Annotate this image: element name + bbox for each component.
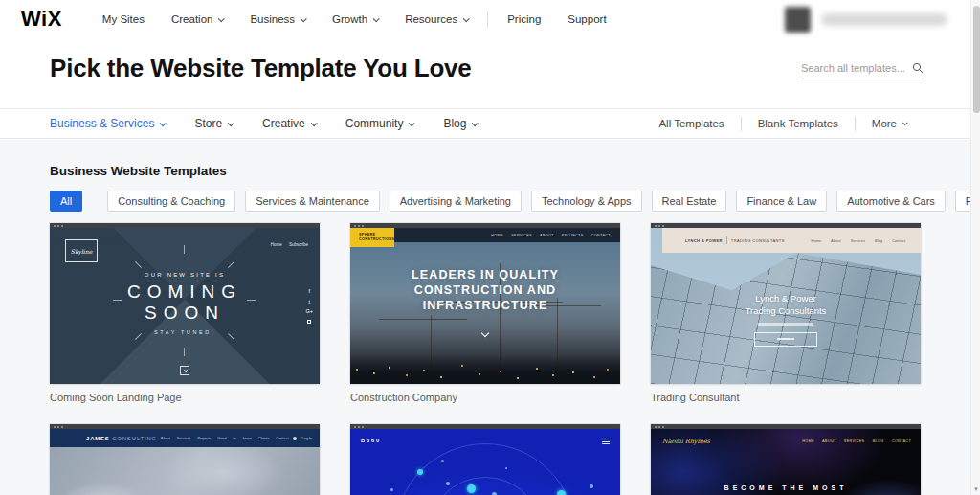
preview-nav: About Services Projects Good to know Cli… <box>161 437 320 440</box>
chevron-down-icon <box>902 120 908 125</box>
preview-logo: SPHERE CONSTRUCTIONS <box>350 228 394 247</box>
chevron-down-icon <box>160 120 167 126</box>
filter-chips: All Consulting & Coaching Services & Mai… <box>50 191 980 212</box>
category-label: Creative <box>262 117 305 130</box>
category-business-services[interactable]: Business & Services <box>50 117 165 130</box>
chevron-down-icon <box>301 15 307 22</box>
nav-item-business[interactable]: Business <box>250 13 305 25</box>
preview-nav-links: HOME SERVICES ABOUT PROJECTS CONTACT <box>491 234 620 237</box>
preview-logo: JAMES CONSULTING <box>50 436 157 441</box>
template-card-naomi-rhymes[interactable]: Naomi Rhymes HOME ABOUT SERVICES BLOG CO… <box>651 424 921 495</box>
preview-navbar: JAMES CONSULTING About Services Projects… <box>50 429 320 447</box>
template-preview: JAMES CONSULTING About Services Projects… <box>50 429 320 495</box>
filter-chip-services-maintenance[interactable]: Services & Maintenance <box>245 191 380 212</box>
filter-chip-consulting-coaching[interactable]: Consulting & Coaching <box>107 191 235 212</box>
nav-divider <box>487 11 488 28</box>
template-name: Coming Soon Landing Page <box>50 384 320 424</box>
chevron-down-icon <box>409 120 415 126</box>
template-search <box>801 62 924 79</box>
nav-item-label: Resources <box>405 13 457 25</box>
chevron-down-icon <box>218 15 225 22</box>
category-creative[interactable]: Creative <box>262 117 316 130</box>
scrollbar-down-arrow-icon[interactable]: ▼ <box>971 484 980 494</box>
template-preview: Naomi Rhymes HOME ABOUT SERVICES BLOG CO… <box>651 429 921 495</box>
city-lights <box>356 369 358 371</box>
hamburger-icon <box>602 439 610 444</box>
facebook-icon: f <box>308 289 310 295</box>
blank-templates-link[interactable]: Blank Templates <box>742 118 855 129</box>
top-navigation-bar: WiX My Sites Creation Business Growth Re… <box>0 0 980 38</box>
template-preview: B360 <box>350 429 620 495</box>
nav-item-pricing[interactable]: Pricing <box>507 13 541 25</box>
nav-item-resources[interactable]: Resources <box>405 13 468 25</box>
nav-item-creation[interactable]: Creation <box>171 13 223 25</box>
preview-kicker: OUR NEW SITE IS <box>50 272 320 278</box>
preview-headline: BECOME THE MOST <box>651 484 921 491</box>
browser-dots-decoration <box>651 223 921 228</box>
account-menu[interactable] <box>785 7 947 33</box>
nav-item-label: Support <box>568 13 606 25</box>
wix-logo[interactable]: WiX <box>21 7 62 32</box>
snow-aerial-photo <box>50 447 320 495</box>
template-card-trading[interactable]: LYNCH & POWER TRADING CONSULTANTS Home A… <box>651 223 921 424</box>
category-right-links: All Templates Blank Templates More <box>642 117 923 131</box>
city-skyline <box>350 355 620 384</box>
browser-dots-decoration <box>350 223 620 228</box>
category-store[interactable]: Store <box>194 117 233 130</box>
page-scrollbar[interactable]: ▼ <box>970 0 980 495</box>
preview-social-icons: f t G+ <box>306 289 314 324</box>
nav-item-label: Business <box>250 13 295 25</box>
filter-chip-automotive-cars[interactable]: Automotive & Cars <box>836 191 946 212</box>
scroll-down-icon <box>481 329 489 337</box>
preview-cta-button <box>754 332 817 347</box>
nav-item-label: Growth <box>332 13 368 25</box>
scrollbar-thumb[interactable] <box>973 6 980 113</box>
preview-headline: LEADERS IN QUALITY CONSTRUCTION AND INFR… <box>388 267 584 313</box>
login-link: Log In <box>301 437 312 440</box>
template-name: Construction Company <box>350 384 620 424</box>
template-card-b360[interactable]: B360 <box>350 424 620 495</box>
category-blog[interactable]: Blog <box>443 117 477 130</box>
preview-logo: Naomi Rhymes <box>662 438 710 445</box>
googleplus-icon: G+ <box>306 309 314 315</box>
preview-nav-links: About Services Projects Good to know Cli… <box>161 437 289 440</box>
template-grid-row-2: JAMES CONSULTING About Services Projects… <box>50 424 980 495</box>
search-input[interactable] <box>801 62 908 74</box>
chevron-down-icon <box>463 15 470 22</box>
browser-dots-decoration <box>50 424 320 429</box>
filter-chip-finance-law[interactable]: Finance & Law <box>736 191 827 212</box>
category-label: Business & Services <box>50 117 154 130</box>
preview-hero-image: LEADERS IN QUALITY CONSTRUCTION AND INFR… <box>350 242 620 384</box>
preview-logo: Skyline <box>65 239 98 262</box>
more-link[interactable]: More <box>856 118 923 129</box>
link-label: More <box>872 118 897 129</box>
page-title: Pick the Website Template You Love <box>50 54 472 83</box>
link-label: All Templates <box>658 118 724 129</box>
category-label: Store <box>194 117 222 130</box>
preview-logo: B360 <box>361 438 381 443</box>
preview-headline: COMING SOON <box>50 281 320 324</box>
preview-tagline: STAY TUNED! <box>50 329 320 335</box>
filter-chip-real-estate[interactable]: Real Estate <box>652 191 727 212</box>
nav-item-support[interactable]: Support <box>568 13 606 25</box>
category-label: Community <box>345 117 404 130</box>
nav-item-growth[interactable]: Growth <box>332 13 378 25</box>
page-header: Pick the Website Template You Love <box>0 38 980 108</box>
filter-chip-technology-apps[interactable]: Technology & Apps <box>531 191 642 212</box>
search-icon[interactable] <box>912 62 924 74</box>
template-card-construction[interactable]: HOME SERVICES ABOUT PROJECTS CONTACT SPH… <box>350 223 620 424</box>
preview-headline: Lynch & Power Trading Consultants <box>651 293 921 347</box>
filter-chip-all[interactable]: All <box>50 191 82 212</box>
category-community[interactable]: Community <box>345 117 414 130</box>
nav-item-my-sites[interactable]: My Sites <box>102 13 145 25</box>
template-card-james-consulting[interactable]: JAMES CONSULTING About Services Projects… <box>50 424 320 495</box>
avatar <box>785 7 811 33</box>
filter-chip-advertising-marketing[interactable]: Advertising & Marketing <box>390 191 522 212</box>
template-preview: LYNCH & POWER TRADING CONSULTANTS Home A… <box>651 228 921 384</box>
all-templates-link[interactable]: All Templates <box>642 118 740 129</box>
category-navigation: Business & Services Store Creative Commu… <box>0 108 980 139</box>
nav-item-label: My Sites <box>102 13 145 25</box>
account-name-redacted <box>821 13 947 26</box>
chevron-down-icon <box>310 120 317 126</box>
template-card-coming-soon[interactable]: Skyline Home Subscribe OUR NEW SITE IS C… <box>50 223 320 424</box>
